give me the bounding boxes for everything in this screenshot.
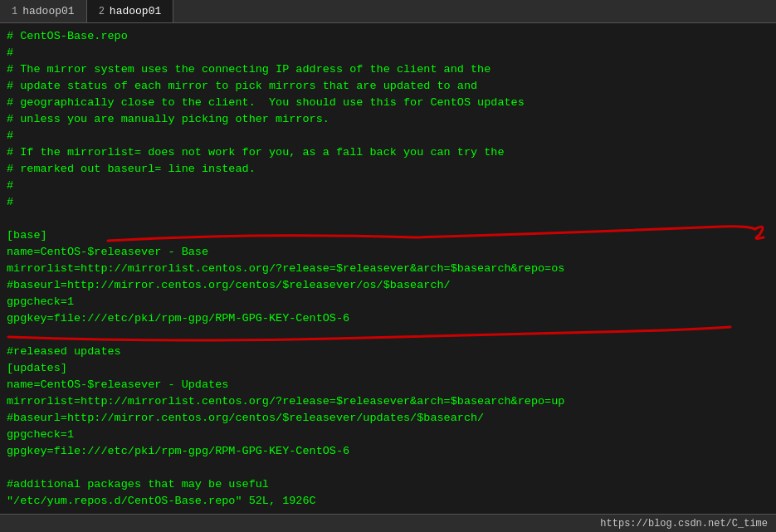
line-20: #released updates [7, 344, 769, 360]
line-29-text: "/etc/yum.repos.d/CentOS-Base.repo" 52L,… [7, 493, 316, 510]
line-19 [7, 327, 769, 344]
line-22: name=CentOS-$releasever - Updates [7, 377, 769, 393]
line-6-text: # unless you are manually picking other … [7, 111, 329, 128]
line-29: "/etc/yum.repos.d/CentOS-Base.repo" 52L,… [7, 493, 769, 510]
line-24-text: #baseurl=http://mirror.centos.org/centos… [7, 410, 484, 427]
line-25: gpgcheck=1 [7, 427, 769, 443]
line-5: # geographically close to the client. Yo… [7, 95, 769, 111]
line-23-text: mirrorlist=http://mirrorlist.centos.org/… [7, 393, 564, 410]
line-28-text: #additional packages that may be useful [7, 476, 269, 493]
line-11-text: # [7, 194, 13, 211]
line-16-text: #baseurl=http://mirror.centos.org/centos… [7, 277, 451, 294]
line-10-text: # [7, 178, 13, 194]
line-2-text: # [7, 45, 13, 61]
line-28: #additional packages that may be useful [7, 476, 769, 493]
line-14: name=CentOS-$releasever - Base [7, 244, 769, 261]
tab-2[interactable]: 2 hadoop01 [87, 0, 174, 22]
line-8-text: # If the mirrorlist= does not work for y… [7, 144, 505, 161]
line-3: # The mirror system uses the connecting … [7, 61, 769, 78]
line-13: [base] [7, 227, 769, 244]
line-25-text: gpgcheck=1 [7, 427, 74, 443]
line-13-text: [base] [7, 227, 47, 244]
line-1: # CentOS-Base.repo [7, 28, 769, 45]
line-18: gpgkey=file:///etc/pki/rpm-gpg/RPM-GPG-K… [7, 310, 769, 327]
tab-1[interactable]: 1 hadoop01 [0, 0, 87, 22]
line-11: # [7, 194, 769, 211]
line-26-text: gpgkey=file:///etc/pki/rpm-gpg/RPM-GPG-K… [7, 443, 349, 460]
line-17-text: gpgcheck=1 [7, 294, 74, 310]
line-12 [7, 211, 769, 227]
tab-1-number: 1 [12, 6, 17, 17]
line-7-text: # [7, 128, 13, 144]
line-23: mirrorlist=http://mirrorlist.centos.org/… [7, 393, 769, 410]
line-1-text: # CentOS-Base.repo [7, 28, 128, 45]
line-3-text: # The mirror system uses the connecting … [7, 61, 490, 78]
line-18-text: gpgkey=file:///etc/pki/rpm-gpg/RPM-GPG-K… [7, 310, 349, 327]
tab-2-label: hadoop01 [110, 5, 161, 17]
line-26: gpgkey=file:///etc/pki/rpm-gpg/RPM-GPG-K… [7, 443, 769, 460]
tab-2-number: 2 [99, 6, 105, 17]
status-bar: https://blog.csdn.net/C_time [0, 514, 776, 532]
line-7: # [7, 128, 769, 144]
line-22-text: name=CentOS-$releasever - Updates [7, 377, 228, 393]
line-9-text: # remarked out baseurl= line instead. [7, 161, 256, 178]
line-8: # If the mirrorlist= does not work for y… [7, 144, 769, 161]
status-url: https://blog.csdn.net/C_time [600, 518, 768, 530]
line-24: #baseurl=http://mirror.centos.org/centos… [7, 410, 769, 427]
line-17: gpgcheck=1 [7, 294, 769, 310]
line-5-text: # geographically close to the client. Yo… [7, 95, 525, 111]
tab-bar: 1 hadoop01 2 hadoop01 [0, 0, 776, 23]
line-21: [updates] [7, 360, 769, 377]
line-15: mirrorlist=http://mirrorlist.centos.org/… [7, 261, 769, 277]
line-2: # [7, 45, 769, 61]
line-16: #baseurl=http://mirror.centos.org/centos… [7, 277, 769, 294]
line-27 [7, 460, 769, 476]
line-14-text: name=CentOS-$releasever - Base [7, 244, 208, 261]
editor-area: # CentOS-Base.repo # # The mirror system… [0, 23, 776, 514]
line-9: # remarked out baseurl= line instead. [7, 161, 769, 178]
line-15-text: mirrorlist=http://mirrorlist.centos.org/… [7, 261, 564, 277]
tab-1-label: hadoop01 [22, 5, 74, 17]
line-4: # update status of each mirror to pick m… [7, 78, 769, 95]
line-21-text: [updates] [7, 360, 67, 377]
line-6: # unless you are manually picking other … [7, 111, 769, 128]
line-10: # [7, 178, 769, 194]
line-4-text: # update status of each mirror to pick m… [7, 78, 477, 95]
line-20-text: #released updates [7, 344, 121, 360]
